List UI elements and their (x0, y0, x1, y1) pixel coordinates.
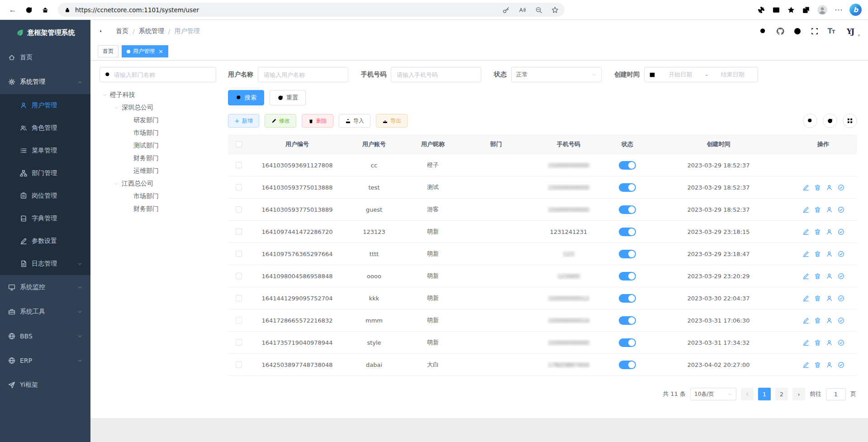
favorites-star-icon[interactable] (787, 6, 795, 14)
status-select[interactable]: 正常 (511, 67, 602, 82)
tree-node[interactable]: 市场部门 (100, 190, 216, 203)
search-icon[interactable] (759, 27, 767, 35)
tab-user-mgmt[interactable]: 用户管理 × (122, 45, 168, 57)
page-button-2[interactable]: 2 (775, 388, 788, 400)
row-checkbox[interactable] (236, 273, 242, 279)
tree-node[interactable]: 深圳总公司 (100, 101, 216, 114)
goto-page-input[interactable] (826, 388, 846, 400)
assign-role-icon[interactable] (838, 317, 844, 324)
tree-node[interactable]: 运维部门 (100, 165, 216, 177)
row-checkbox[interactable] (236, 206, 242, 213)
collections-icon[interactable] (802, 6, 810, 14)
edit-row-icon[interactable] (802, 361, 809, 368)
tree-node[interactable]: 财务部门 (100, 203, 216, 215)
sidebar-item-menu-mgmt[interactable]: 菜单管理 (0, 139, 90, 162)
toggle-search-icon[interactable] (803, 114, 817, 128)
reset-password-icon[interactable] (826, 251, 833, 257)
assign-role-icon[interactable] (838, 361, 844, 368)
assign-role-icon[interactable] (838, 251, 844, 257)
delete-row-icon[interactable] (814, 361, 821, 368)
export-button[interactable]: 导出 (376, 114, 408, 128)
browser-home-button[interactable] (38, 3, 52, 17)
sidebar-item-user-mgmt[interactable]: 用户管理 (0, 94, 90, 117)
row-checkbox[interactable] (236, 361, 242, 368)
edit-row-icon[interactable] (802, 206, 809, 213)
import-button[interactable]: 导入 (339, 114, 370, 128)
reset-password-icon[interactable] (826, 273, 833, 280)
status-toggle[interactable] (619, 338, 636, 347)
sidebar-item-system-monitor[interactable]: 系统监控 (0, 275, 90, 299)
row-checkbox[interactable] (236, 295, 242, 301)
assign-role-icon[interactable] (838, 339, 844, 346)
page-size-select[interactable]: 10条/页 (690, 388, 736, 400)
search-button[interactable]: 搜索 (228, 90, 264, 105)
status-toggle[interactable] (619, 294, 636, 303)
split-screen-icon[interactable] (772, 6, 780, 14)
row-checkbox[interactable] (236, 228, 242, 235)
status-toggle[interactable] (619, 205, 636, 214)
browser-refresh-button[interactable] (22, 3, 36, 17)
row-checkbox[interactable] (236, 251, 242, 257)
delete-button[interactable]: 删除 (302, 114, 333, 128)
reset-password-icon[interactable] (826, 339, 833, 346)
row-checkbox[interactable] (236, 339, 242, 346)
delete-row-icon[interactable] (814, 273, 821, 280)
delete-row-icon[interactable] (814, 317, 821, 324)
reset-button[interactable]: 重置 (270, 90, 306, 105)
refresh-table-icon[interactable] (823, 114, 837, 128)
font-size-icon[interactable]: TT (828, 27, 835, 35)
zoom-icon[interactable] (533, 4, 545, 16)
reset-password-icon[interactable] (826, 295, 833, 302)
tree-node[interactable]: 财务部门 (100, 152, 216, 165)
close-icon[interactable]: × (158, 48, 163, 54)
assign-role-icon[interactable] (838, 228, 844, 235)
delete-row-icon[interactable] (814, 228, 821, 235)
assign-role-icon[interactable] (838, 295, 844, 302)
status-toggle[interactable] (619, 361, 636, 369)
bing-copilot-icon[interactable]: b (849, 4, 862, 16)
reset-password-icon[interactable] (826, 206, 833, 213)
sidebar-item-system-tools[interactable]: 系统工具 (0, 299, 90, 324)
row-checkbox[interactable] (236, 184, 242, 190)
status-toggle[interactable] (619, 272, 636, 280)
status-toggle[interactable] (619, 183, 636, 192)
tree-node[interactable]: 橙子科技 (100, 89, 216, 101)
column-settings-grid-icon[interactable] (843, 114, 857, 128)
sidebar-item-yi-framework[interactable]: Yi框架 (0, 373, 90, 397)
select-all-checkbox[interactable] (236, 141, 242, 147)
password-key-icon[interactable] (500, 4, 512, 16)
edit-row-icon[interactable] (802, 339, 809, 346)
browser-back-button[interactable]: ← (5, 3, 20, 17)
assign-role-icon[interactable] (838, 184, 844, 191)
date-range-picker[interactable]: 开始日期 - 结束日期 (644, 67, 758, 82)
reset-password-icon[interactable] (826, 317, 833, 324)
edit-row-icon[interactable] (802, 228, 809, 235)
extensions-puzzle-icon[interactable] (757, 6, 765, 14)
add-favorite-star-icon[interactable] (549, 4, 561, 16)
sidebar-item-system-mgmt[interactable]: 系统管理 (0, 70, 90, 94)
address-bar[interactable]: https://ccnetcore.com:1101/system/user (58, 3, 564, 17)
sidebar-item-log-mgmt[interactable]: 日志管理 (0, 252, 90, 275)
sidebar-item-post-mgmt[interactable]: 岗位管理 (0, 185, 90, 207)
add-button[interactable]: + 新增 (228, 114, 259, 128)
tree-node[interactable]: 市场部门 (100, 127, 216, 139)
sidebar-item-bbs[interactable]: BBS (0, 324, 90, 348)
breadcrumb-home[interactable]: 首页 (116, 27, 128, 35)
sidebar-item-dept-mgmt[interactable]: 部门管理 (0, 162, 90, 185)
collapse-sidebar-icon[interactable] (99, 27, 108, 36)
read-aloud-icon[interactable] (517, 4, 528, 16)
status-toggle[interactable] (619, 316, 636, 325)
tree-node[interactable]: 江西总公司 (100, 177, 216, 190)
status-toggle[interactable] (619, 228, 636, 236)
edit-row-icon[interactable] (802, 251, 809, 257)
browser-menu-dots-icon[interactable]: ⋯ (835, 6, 843, 14)
next-page-button[interactable]: › (792, 388, 805, 400)
row-checkbox[interactable] (236, 317, 242, 323)
page-button-1[interactable]: 1 (758, 388, 771, 400)
phone-input[interactable] (391, 67, 481, 82)
reset-password-icon[interactable] (826, 228, 833, 235)
delete-row-icon[interactable] (814, 295, 821, 302)
sidebar-item-erp[interactable]: ERP (0, 348, 90, 373)
breadcrumb-system-mgmt[interactable]: 系统管理 (139, 27, 164, 35)
department-search-input[interactable] (114, 71, 211, 78)
